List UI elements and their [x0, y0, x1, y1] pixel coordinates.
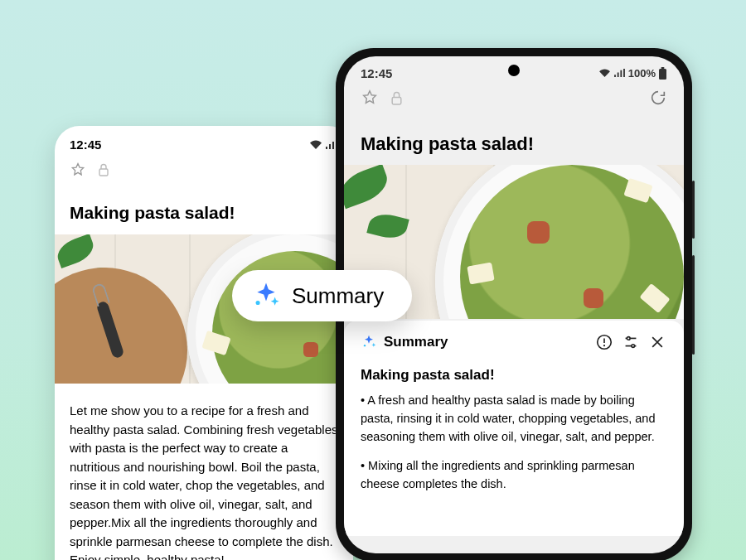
note-toolbar	[344, 85, 684, 117]
summary-pill[interactable]: Summary	[232, 270, 412, 321]
note-body: Let me show you to a recipe for a fresh …	[55, 384, 353, 560]
status-icons	[309, 140, 338, 150]
star-icon[interactable]	[361, 89, 379, 107]
signal-icon	[613, 69, 626, 78]
status-bar: 12:45	[55, 126, 353, 157]
summary-bullet: • A fresh and healthy pasta salad is mad…	[361, 392, 667, 446]
note-title: Making pasta salad!	[55, 186, 353, 234]
svg-point-9	[627, 337, 630, 340]
warning-icon[interactable]	[594, 332, 614, 352]
adjust-icon[interactable]	[621, 332, 641, 352]
status-time: 12:45	[361, 66, 392, 80]
phone-back: 12:45 Making pasta salad! Let me show yo…	[55, 126, 353, 560]
lock-icon[interactable]	[390, 91, 403, 105]
svg-point-12	[256, 301, 260, 305]
close-icon[interactable]	[647, 332, 667, 352]
summary-label: Summary	[384, 334, 588, 350]
summary-pill-label: Summary	[292, 283, 384, 309]
note-title: Making pasta salad!	[344, 117, 684, 165]
wifi-icon	[309, 140, 322, 150]
sparkle-icon	[252, 282, 280, 310]
battery-text: 100%	[628, 67, 656, 80]
sparkle-icon	[361, 334, 377, 350]
summary-bullet: • Mixing all the ingredients and sprinkl…	[361, 457, 667, 494]
star-icon[interactable]	[70, 162, 86, 178]
svg-rect-1	[659, 69, 666, 80]
refresh-icon[interactable]	[649, 89, 667, 107]
svg-rect-2	[661, 67, 665, 69]
svg-point-11	[632, 345, 635, 348]
svg-rect-0	[99, 169, 108, 176]
status-icons: 100%	[598, 67, 667, 80]
battery-icon	[658, 67, 667, 80]
svg-rect-3	[392, 97, 401, 104]
summary-sheet: Summary Making pasta salad! •	[344, 321, 684, 536]
wifi-icon	[598, 69, 611, 78]
front-camera	[508, 65, 520, 76]
summary-header: Summary	[361, 321, 667, 360]
status-time: 12:45	[70, 138, 101, 152]
svg-point-7	[603, 345, 605, 346]
summary-heading: Making pasta salad!	[361, 367, 667, 384]
lock-icon[interactable]	[98, 163, 109, 176]
note-toolbar	[55, 157, 353, 186]
svg-point-4	[364, 345, 366, 346]
